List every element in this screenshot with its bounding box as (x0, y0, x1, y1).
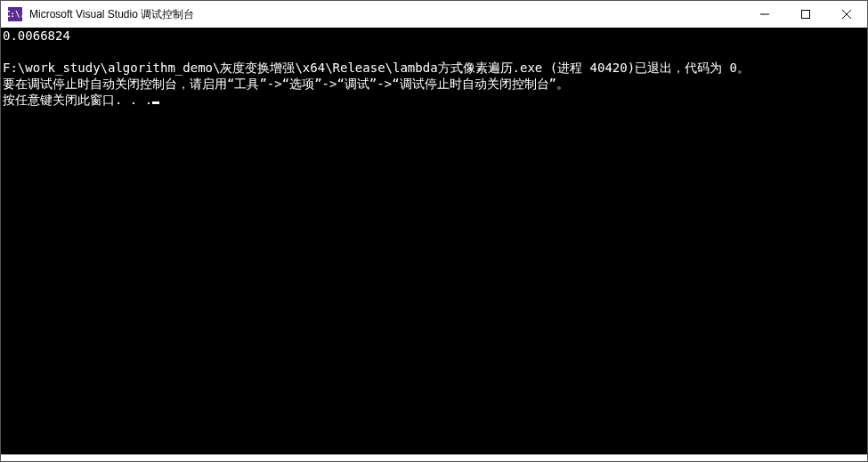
text-cursor (152, 101, 159, 104)
app-window: C:\. Microsoft Visual Studio 调试控制台 0.006… (0, 0, 868, 462)
window-footer-strip (1, 454, 867, 461)
minimize-button[interactable] (744, 1, 785, 28)
output-line: 按任意键关闭此窗口. . . (3, 93, 152, 107)
window-title: Microsoft Visual Studio 调试控制台 (29, 7, 744, 22)
window-controls (744, 1, 867, 28)
output-line: 0.0066824 (3, 28, 70, 43)
close-icon (842, 10, 851, 19)
app-icon: C:\. (8, 7, 22, 21)
titlebar[interactable]: C:\. Microsoft Visual Studio 调试控制台 (1, 1, 867, 28)
output-line: 要在调试停止时自动关闭控制台，请启用“工具”->“选项”->“调试”->“调试停… (3, 77, 569, 91)
console-output[interactable]: 0.0066824 F:\work_study\algorithm_demo\灰… (1, 28, 867, 454)
svg-rect-1 (802, 11, 810, 19)
maximize-icon (801, 10, 810, 19)
close-button[interactable] (826, 1, 867, 28)
output-line: F:\work_study\algorithm_demo\灰度变换增强\x64\… (3, 61, 750, 75)
maximize-button[interactable] (785, 1, 826, 28)
minimize-icon (760, 10, 769, 19)
